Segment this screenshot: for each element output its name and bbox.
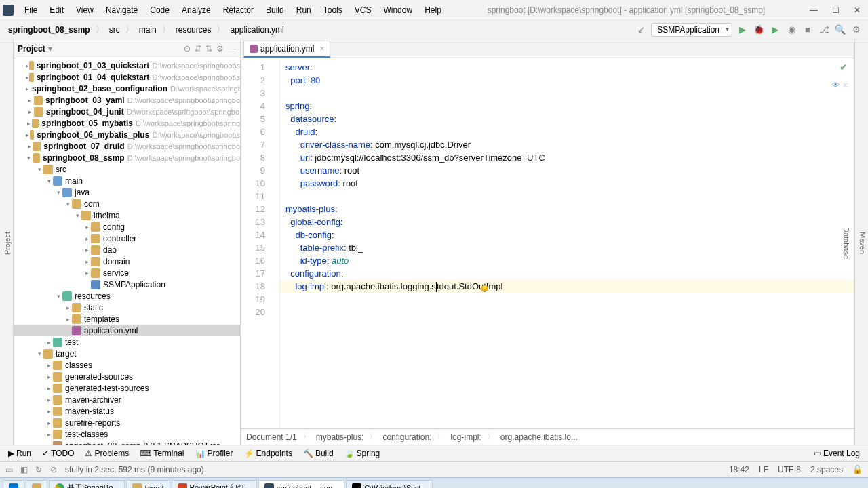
search-button[interactable]: 🔍 bbox=[834, 24, 846, 36]
tree-node[interactable]: ▸springboot_05_mybatisD:\workspace\sprin… bbox=[14, 117, 240, 129]
menu-refactor[interactable]: Refactor bbox=[218, 3, 259, 18]
code-line[interactable]: url: jdbc:mysql://localhost:3306/ssm_db?… bbox=[285, 151, 854, 164]
code-line[interactable]: port: 80 bbox=[285, 74, 854, 87]
run-configuration-dropdown[interactable]: SSMPApplication bbox=[651, 23, 732, 37]
select-opened-icon[interactable]: ⊙ bbox=[184, 44, 191, 54]
settings-button[interactable]: ⚙ bbox=[850, 24, 863, 36]
tree-arrow-icon[interactable]: ▸ bbox=[26, 97, 34, 104]
code-line[interactable]: server: bbox=[285, 61, 854, 74]
tree-arrow-icon[interactable]: ▾ bbox=[26, 155, 33, 161]
status-icon[interactable]: ◧ bbox=[20, 465, 30, 474]
line-separator[interactable]: LF bbox=[759, 465, 768, 474]
tree-node[interactable]: ▸generated-test-sources bbox=[14, 382, 240, 394]
tool-endpoints[interactable]: ⚡Endpoints bbox=[239, 447, 298, 460]
tool-spring[interactable]: 🍃Spring bbox=[339, 447, 386, 460]
tree-arrow-icon[interactable]: ▸ bbox=[45, 373, 53, 380]
profile-button[interactable]: ◉ bbox=[785, 24, 797, 36]
editor-breadcrumb-item[interactable]: mybatis-plus: bbox=[316, 432, 364, 442]
close-tab-icon[interactable]: × bbox=[319, 44, 324, 54]
tree-node[interactable]: ▸maven-status bbox=[14, 405, 240, 417]
status-icon[interactable]: ▭ bbox=[5, 465, 15, 474]
code-line[interactable]: id-type: auto bbox=[285, 254, 854, 267]
code-line[interactable] bbox=[285, 293, 854, 306]
tree-node[interactable]: ▸test-classes bbox=[14, 428, 240, 440]
code-line[interactable]: global-config: bbox=[285, 216, 854, 228]
menu-help[interactable]: Help bbox=[419, 3, 447, 18]
collapse-all-icon[interactable]: ⇅ bbox=[205, 44, 212, 54]
tree-arrow-icon[interactable]: ▸ bbox=[45, 396, 53, 403]
tree-node[interactable]: ▸dao bbox=[14, 244, 240, 256]
tree-arrow-icon[interactable]: ▾ bbox=[54, 293, 62, 300]
code-line[interactable] bbox=[285, 87, 854, 100]
menu-run[interactable]: Run bbox=[291, 3, 317, 18]
taskbar-app[interactable] bbox=[26, 480, 47, 489]
debug-button[interactable]: 🐞 bbox=[753, 24, 765, 36]
tree-node[interactable]: ▾resources bbox=[14, 290, 240, 302]
lock-icon[interactable]: 🔓 bbox=[852, 465, 863, 474]
status-icon[interactable]: ⊘ bbox=[50, 465, 60, 474]
tree-node[interactable]: ▸service bbox=[14, 267, 240, 279]
editor-breadcrumb-item[interactable]: log-impl: bbox=[450, 432, 481, 442]
tree-arrow-icon[interactable]: ▸ bbox=[45, 431, 53, 438]
code-line[interactable]: druid: bbox=[285, 125, 854, 138]
project-tree[interactable]: ▸springboot_01_03_quickstartD:\workspace… bbox=[14, 58, 240, 445]
tree-node[interactable]: ▸classes bbox=[14, 359, 240, 371]
tree-node[interactable]: ▾src bbox=[14, 163, 240, 175]
tree-node[interactable]: ▸surefire-reports bbox=[14, 417, 240, 428]
tree-arrow-icon[interactable]: ▾ bbox=[73, 212, 81, 219]
tree-node[interactable]: ▾main bbox=[14, 175, 240, 186]
code-line[interactable]: driver-class-name: com.mysql.cj.jdbc.Dri… bbox=[285, 138, 854, 151]
code-line[interactable] bbox=[285, 190, 854, 203]
code-line[interactable]: db-config: bbox=[285, 228, 854, 241]
editor-breadcrumb-item[interactable]: org.apache.ibatis.lo... bbox=[500, 432, 578, 442]
tree-arrow-icon[interactable]: ▸ bbox=[45, 385, 53, 392]
tree-node[interactable]: ▸templates bbox=[14, 313, 240, 325]
start-button[interactable] bbox=[3, 480, 24, 489]
tree-arrow-icon[interactable]: ▸ bbox=[26, 143, 33, 150]
code-line[interactable]: log-impl: org.apache.ibatis.logging.stdo… bbox=[285, 280, 854, 293]
git-button[interactable]: ⎇ bbox=[818, 24, 830, 36]
tree-arrow-icon[interactable]: ▸ bbox=[83, 235, 91, 242]
menu-navigate[interactable]: Navigate bbox=[100, 3, 143, 18]
taskbar-app[interactable]: target bbox=[126, 480, 170, 489]
taskbar-app[interactable]: C:\Windows\Syst... bbox=[346, 480, 433, 489]
tree-node[interactable]: SSMPApplication bbox=[14, 279, 240, 290]
menu-analyze[interactable]: Analyze bbox=[176, 3, 216, 18]
tree-node[interactable]: ▸maven-archiver bbox=[14, 394, 240, 405]
tree-node[interactable]: ▸springboot_02_base_configurationD:\work… bbox=[14, 83, 240, 94]
tree-node[interactable]: ▸springboot_01_03_quickstartD:\workspace… bbox=[14, 60, 240, 71]
tree-arrow-icon[interactable]: ▸ bbox=[26, 120, 32, 127]
tree-node[interactable]: ▸springboot_03_yamlD:\workspace\springbo… bbox=[14, 94, 240, 106]
tree-arrow-icon[interactable]: ▸ bbox=[64, 304, 72, 311]
tree-node[interactable]: ▸springboot_04_junitD:\workspace\springb… bbox=[14, 106, 240, 117]
tree-node[interactable]: ▸springboot_06_mybatis_plusD:\workspace\… bbox=[14, 129, 240, 140]
tree-arrow-icon[interactable]: ▸ bbox=[83, 270, 91, 277]
code-line[interactable]: username: root bbox=[285, 164, 854, 177]
status-icon[interactable]: ↻ bbox=[35, 465, 45, 474]
tree-node[interactable]: ▸static bbox=[14, 302, 240, 313]
tree-node[interactable]: ▾java bbox=[14, 186, 240, 198]
tree-node[interactable]: ▸test bbox=[14, 336, 240, 348]
file-encoding[interactable]: UTF-8 bbox=[778, 465, 801, 474]
menu-tools[interactable]: Tools bbox=[318, 3, 348, 18]
editor-tab[interactable]: application.yml × bbox=[243, 41, 330, 58]
menu-file[interactable]: File bbox=[19, 3, 43, 18]
back-icon[interactable]: ↙ bbox=[635, 24, 647, 36]
menu-code[interactable]: Code bbox=[144, 3, 175, 18]
code-content[interactable]: ✔ 👁× server: port: 80spring: datasource:… bbox=[280, 58, 854, 428]
run-button[interactable]: ▶ bbox=[736, 24, 749, 36]
editor-breadcrumb-item[interactable]: configuration: bbox=[382, 432, 431, 442]
intention-bulb-icon[interactable]: 💡 bbox=[481, 285, 488, 292]
breadcrumb-root[interactable]: springboot_08_ssmp bbox=[5, 24, 93, 36]
project-tool-button[interactable]: Project bbox=[2, 229, 13, 258]
code-line[interactable]: spring: bbox=[285, 100, 854, 113]
breadcrumb-item[interactable]: src bbox=[106, 24, 123, 36]
tree-node[interactable]: ▾itheima bbox=[14, 209, 240, 221]
caret-position[interactable]: 18:42 bbox=[729, 465, 749, 474]
maven-tool-button[interactable]: Maven bbox=[857, 229, 868, 257]
tree-node[interactable]: springboot_08_ssmp-0.0.1-SNAPSHOT.jar bbox=[14, 440, 240, 445]
menu-build[interactable]: Build bbox=[260, 3, 290, 18]
tree-node[interactable]: application.yml bbox=[14, 325, 240, 336]
breadcrumb-item[interactable]: resources bbox=[173, 24, 214, 36]
tool-run[interactable]: ▶Run bbox=[3, 447, 37, 460]
